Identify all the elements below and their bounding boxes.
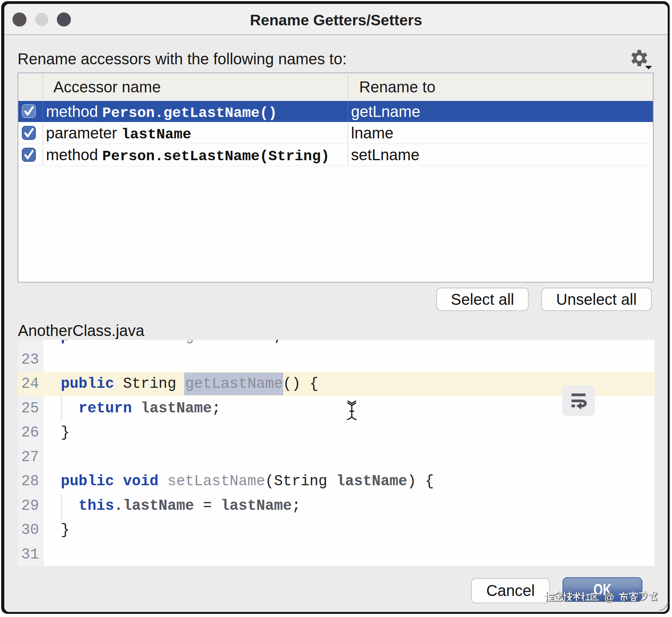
svg-text:@: @ — [604, 591, 614, 603]
